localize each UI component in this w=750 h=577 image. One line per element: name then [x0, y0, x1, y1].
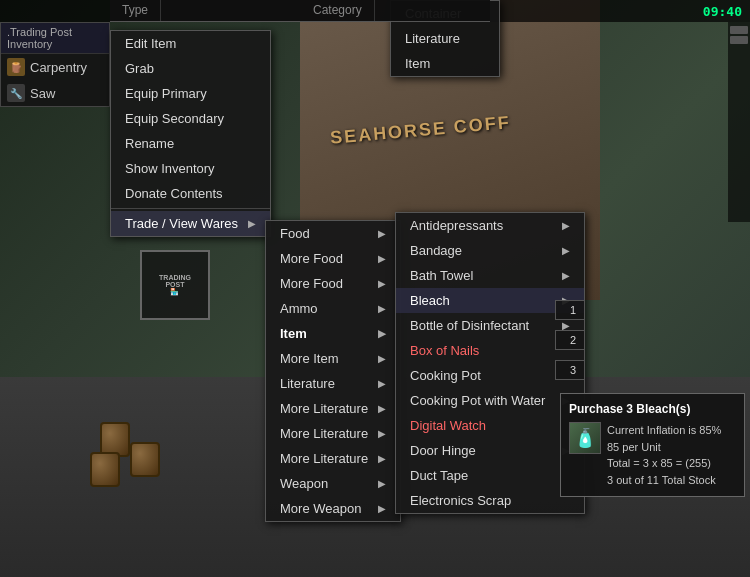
trade-more-lit-2[interactable]: More Literature ▶ — [266, 421, 400, 446]
more-lit1-arrow-icon: ▶ — [378, 403, 386, 414]
side-panel — [728, 22, 750, 222]
more-weapon-arrow-icon: ▶ — [378, 503, 386, 514]
more-lit2-arrow-icon: ▶ — [378, 428, 386, 439]
purchase-info: Current Inflation is 85% 85 per Unit Tot… — [607, 422, 721, 488]
purchase-line2: 85 per Unit — [607, 439, 721, 456]
barrel — [130, 442, 160, 477]
inventory-item-carpentry[interactable]: 🪵 Carpentry — [1, 54, 109, 80]
lit-arrow-icon: ▶ — [378, 378, 386, 389]
trade-more-item[interactable]: More Item ▶ — [266, 346, 400, 371]
purchase-tooltip: Purchase 3 Bleach(s) 🧴 Current Inflation… — [560, 393, 745, 497]
barrel — [90, 452, 120, 487]
more-item-arrow-icon: ▶ — [378, 353, 386, 364]
menu-header-row: Type Category — [110, 0, 490, 22]
ctx-trade-view-wares[interactable]: Trade / View Wares ▶ — [111, 211, 270, 236]
trade-item[interactable]: Item ▶ — [266, 321, 400, 346]
item-door-hinge[interactable]: Door Hinge ▶ — [396, 438, 584, 463]
inventory-item-saw[interactable]: 🔧 Saw — [1, 80, 109, 106]
trade-submenu-l1: Food ▶ More Food ▶ More Food ▶ Ammo ▶ It… — [265, 220, 401, 522]
item-bandage[interactable]: Bandage ▶ — [396, 238, 584, 263]
trade-more-food-1[interactable]: More Food ▶ — [266, 246, 400, 271]
game-time: 09:40 — [703, 4, 742, 19]
ctx-edit-item[interactable]: Edit Item — [111, 31, 270, 56]
side-btn-1[interactable] — [730, 26, 748, 34]
inventory-panel: .Trading Post Inventory 🪵 Carpentry 🔧 Sa… — [0, 22, 110, 107]
purchase-line1: Current Inflation is 85% — [607, 422, 721, 439]
ctx-rename[interactable]: Rename — [111, 131, 270, 156]
category-item[interactable]: Item — [391, 51, 499, 76]
purchase-detail-row: 🧴 Current Inflation is 85% 85 per Unit T… — [569, 422, 736, 488]
item-antidepressants[interactable]: Antidepressants ▶ — [396, 213, 584, 238]
trade-more-food-2[interactable]: More Food ▶ — [266, 271, 400, 296]
purchase-title: Purchase 3 Bleach(s) — [569, 402, 736, 416]
ctx-donate-contents[interactable]: Donate Contents — [111, 181, 270, 206]
trade-more-lit-1[interactable]: More Literature ▶ — [266, 396, 400, 421]
side-btn-2[interactable] — [730, 36, 748, 44]
main-context-menu: Edit Item Grab Equip Primary Equip Secon… — [110, 30, 271, 237]
more-food2-arrow-icon: ▶ — [378, 278, 386, 289]
item-digital-watch[interactable]: Digital Watch — [396, 413, 584, 438]
item-bath-towel[interactable]: Bath Towel ▶ — [396, 263, 584, 288]
bleach-item-image: 🧴 — [569, 422, 601, 454]
weapon-arrow-icon: ▶ — [378, 478, 386, 489]
count-bubble-3: 3 — [555, 360, 585, 380]
item-electronics-scrap[interactable]: Electronics Scrap — [396, 488, 584, 513]
purchase-line4: 3 out of 11 Total Stock — [607, 472, 721, 489]
trade-more-lit-3[interactable]: More Literature ▶ — [266, 446, 400, 471]
trade-more-weapon[interactable]: More Weapon ▶ — [266, 496, 400, 521]
purchase-line3: Total = 3 x 85 = (255) — [607, 455, 721, 472]
category-literature[interactable]: Literature — [391, 26, 499, 51]
item-arrow-icon: ▶ — [378, 328, 386, 339]
ctx-divider-1 — [111, 208, 270, 209]
item-duct-tape[interactable]: Duct Tape — [396, 463, 584, 488]
trade-ammo[interactable]: Ammo ▶ — [266, 296, 400, 321]
more-food1-arrow-icon: ▶ — [378, 253, 386, 264]
trade-literature[interactable]: Literature ▶ — [266, 371, 400, 396]
trade-weapon[interactable]: Weapon ▶ — [266, 471, 400, 496]
ctx-equip-primary[interactable]: Equip Primary — [111, 81, 270, 106]
ctx-grab[interactable]: Grab — [111, 56, 270, 81]
carpentry-icon: 🪵 — [7, 58, 25, 76]
food-arrow-icon: ▶ — [378, 228, 386, 239]
ctx-equip-secondary[interactable]: Equip Secondary — [111, 106, 270, 131]
ctx-show-inventory[interactable]: Show Inventory — [111, 156, 270, 181]
count-bubble-2: 2 — [555, 330, 585, 350]
saw-icon: 🔧 — [7, 84, 25, 102]
bathtowel-arrow-icon: ▶ — [562, 270, 570, 281]
antidep-arrow-icon: ▶ — [562, 220, 570, 231]
type-column-header: Type — [110, 0, 161, 21]
bandage-arrow-icon: ▶ — [562, 245, 570, 256]
trade-food[interactable]: Food ▶ — [266, 221, 400, 246]
trading-post-sign: TRADINGPOST🏪 — [140, 250, 210, 320]
more-lit3-arrow-icon: ▶ — [378, 453, 386, 464]
inventory-header: .Trading Post Inventory — [1, 23, 109, 54]
count-bubble-1: 1 — [555, 300, 585, 320]
ammo-arrow-icon: ▶ — [378, 303, 386, 314]
trade-arrow-icon: ▶ — [248, 218, 256, 229]
item-cooking-pot-water[interactable]: Cooking Pot with Water ▶ — [396, 388, 584, 413]
category-column-header: Category — [301, 0, 375, 21]
